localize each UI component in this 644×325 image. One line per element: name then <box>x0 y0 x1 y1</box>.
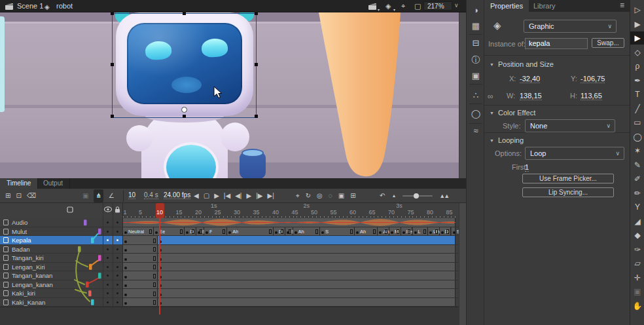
layer-row-audio[interactable]: Audio <box>0 218 123 227</box>
frame-span[interactable]: Uh <box>428 227 440 236</box>
panel-menu-icon[interactable]: ≡ <box>620 1 624 10</box>
frame-span[interactable]: Ah <box>227 227 274 236</box>
ink-bottle-tool[interactable]: ◆ <box>630 229 644 242</box>
show-hide-column-icon[interactable] <box>104 206 112 212</box>
timeline-zoom-knob[interactable] <box>414 193 419 199</box>
timeline-scrollbar-track[interactable] <box>459 203 466 325</box>
w-value[interactable]: 138,15 <box>520 92 542 100</box>
frame-span[interactable]: D <box>274 227 285 236</box>
h-value[interactable]: 113,65 <box>581 92 602 100</box>
selection-handle[interactable] <box>183 12 186 15</box>
layer-lock-dot[interactable] <box>116 239 118 241</box>
pin-tool[interactable]: ✛ <box>630 271 644 284</box>
frame-span[interactable] <box>158 289 456 297</box>
selection-tool[interactable]: ▷ <box>630 3 644 16</box>
tab-timeline[interactable]: Timeline <box>0 178 38 189</box>
selection-handle[interactable] <box>255 63 258 66</box>
stage-canvas[interactable] <box>0 12 466 178</box>
layer-row-lengan_kanan[interactable]: Lengan_kanan <box>0 280 123 290</box>
edit-symbols-button-icon[interactable]: ◈ <box>385 2 391 10</box>
step-back-button[interactable]: ◀ <box>194 189 199 202</box>
cc-libraries-panel-icon[interactable]: ◯ <box>467 109 485 119</box>
layer-visibility-dot[interactable] <box>107 221 109 223</box>
layer-row-kaki_kanan[interactable]: Kaki_Kanan <box>0 298 123 307</box>
layer-row-tangan_kiri[interactable]: Tangan_kiri <box>0 254 123 263</box>
bone-tool[interactable]: Y <box>630 201 644 214</box>
color-panel-icon[interactable]: ◑ <box>467 5 485 15</box>
text-tool[interactable]: T <box>630 88 644 101</box>
layer-lock-dot[interactable] <box>116 257 118 259</box>
frame-span[interactable] <box>158 254 456 262</box>
asset-warp-tool[interactable]: ▶ <box>630 31 644 45</box>
frame-span[interactable]: Ee <box>196 227 204 236</box>
lasso-tool[interactable]: ρ <box>630 60 644 73</box>
section-looping[interactable]: ▼Looping <box>490 136 524 144</box>
eraser-tool[interactable]: ▱ <box>630 257 644 270</box>
step-forward-one-frame-button[interactable]: |▶ <box>256 189 262 202</box>
audio-span[interactable] <box>123 218 456 227</box>
frame-span[interactable]: Ee <box>154 227 185 236</box>
layer-lock-dot[interactable] <box>116 301 118 303</box>
section-color-effect[interactable]: ▼Color Effect <box>490 109 535 117</box>
frames-row-lengan_kanan[interactable] <box>123 280 458 290</box>
paint-brush-tool[interactable]: ✐ <box>630 172 644 185</box>
tab-properties[interactable]: Properties <box>484 0 529 12</box>
symbol-behavior-select[interactable]: Graphic ∨ <box>524 20 617 33</box>
current-frame-field[interactable]: 10 <box>128 191 135 199</box>
layer-visibility-dot[interactable] <box>107 239 109 241</box>
info-panel-icon[interactable]: ⓘ <box>467 54 485 66</box>
stage-zoom-select[interactable]: 217% <box>423 1 452 10</box>
selection-handle[interactable] <box>183 115 186 118</box>
step-back-one-frame-button[interactable]: ◀| <box>235 189 241 202</box>
frame-span[interactable] <box>158 280 456 289</box>
frame-span[interactable]: D <box>440 227 452 236</box>
polystar-tool[interactable]: ✶ <box>630 144 644 157</box>
layer-visibility-dot[interactable] <box>107 231 109 233</box>
delete-layer-button[interactable]: ⌫ <box>27 189 36 202</box>
color-style-select[interactable]: None ∨ <box>525 119 615 132</box>
frames-row-lengan_kiri[interactable] <box>123 263 458 272</box>
frame-span[interactable] <box>123 298 158 307</box>
layer-visibility-dot[interactable] <box>107 266 109 268</box>
new-folder-button[interactable]: ⊡ <box>16 189 21 202</box>
frame-span[interactable]: Ah <box>378 227 389 236</box>
zoom-chevron-icon[interactable]: ∨ <box>454 2 459 9</box>
instance-name-field[interactable]: kepala <box>525 38 588 49</box>
layer-row-lengan_kiri[interactable]: Lengan_Kiri <box>0 263 123 272</box>
outline-column-icon[interactable] <box>67 206 73 213</box>
frame-span[interactable]: Neutral <box>123 227 154 236</box>
timeline-ruler[interactable]: 1s2s3s1510152025303540455055606570758085 <box>123 203 458 218</box>
layer-visibility-dot[interactable] <box>107 275 109 277</box>
graph-editor-button[interactable]: ∠ <box>109 189 115 202</box>
frame-span[interactable]: S <box>320 227 355 236</box>
layer-lock-dot[interactable] <box>116 221 118 223</box>
x-value[interactable]: -32,40 <box>520 75 540 83</box>
frame-span[interactable]: M <box>389 227 401 236</box>
brush-library-panel-icon[interactable]: ∴ <box>467 90 485 100</box>
transform-panel-icon[interactable]: ▣ <box>467 71 485 81</box>
reset-timeline-zoom-button[interactable]: ↶ <box>380 189 385 202</box>
step-forward-button[interactable]: ▶ <box>214 189 219 202</box>
go-to-last-frame-button[interactable]: ▶| <box>267 189 274 202</box>
frame-span[interactable] <box>123 254 158 262</box>
lip-syncing-button[interactable]: Lip Syncing... <box>522 187 614 197</box>
edit-symbols-dropdown-icon[interactable]: ▾ <box>393 6 395 14</box>
onion-skin-outlines-button[interactable]: ◌ <box>329 189 332 202</box>
breadcrumb-symbol[interactable]: robot <box>56 0 73 12</box>
layer-row-mulut[interactable]: Mulut <box>0 227 123 237</box>
show-parenting-view-button[interactable]: ⋔ <box>94 189 103 202</box>
layer-visibility-dot[interactable] <box>107 257 109 259</box>
camera-tool[interactable]: ▣ <box>630 285 644 298</box>
frame-span[interactable]: Ee <box>285 227 293 236</box>
layer-lock-dot[interactable] <box>116 266 118 268</box>
frame-span[interactable] <box>123 245 158 254</box>
frame-span[interactable] <box>123 280 158 289</box>
frame-span[interactable] <box>123 289 158 297</box>
frame-span[interactable]: D <box>185 227 196 236</box>
edit-scene-dropdown-icon[interactable]: ▾ <box>378 6 380 14</box>
first-frame-value[interactable]: 1 <box>525 163 529 172</box>
frames-row-tangan_kiri[interactable] <box>123 254 458 263</box>
looping-options-select[interactable]: Loop ∨ <box>525 147 624 160</box>
layer-lock-dot[interactable] <box>116 292 118 294</box>
tab-output[interactable]: Output <box>37 178 70 189</box>
